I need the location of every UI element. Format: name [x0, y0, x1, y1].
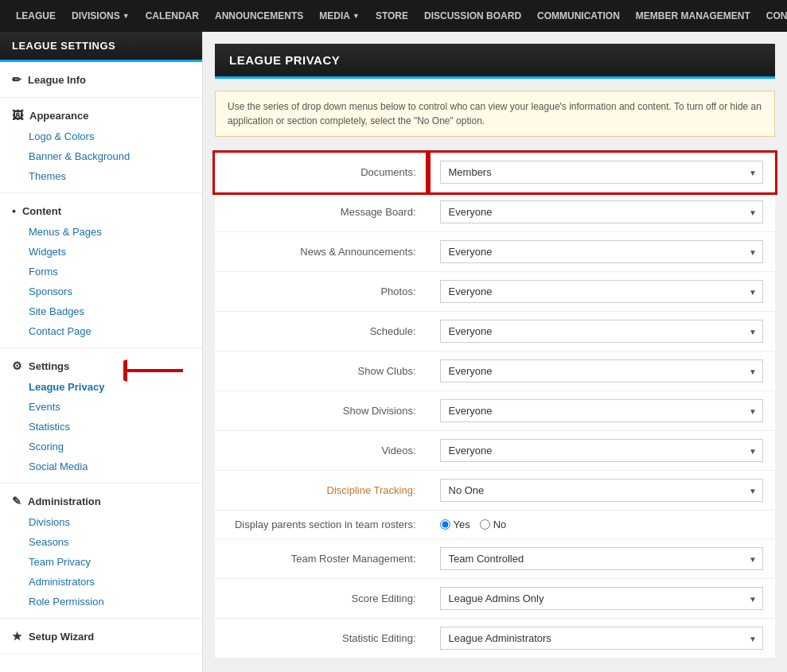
radio-label-yes[interactable]: Yes [440, 519, 470, 530]
sidebar-item-social-media[interactable]: Social Media [0, 456, 202, 476]
sidebar-section-setup: ★ Setup Wizard [0, 619, 202, 655]
input-news: Everyone Members League Admins Only No O… [428, 232, 775, 272]
sidebar-item-forms[interactable]: Forms [0, 262, 202, 282]
select-videos[interactable]: Everyone Members League Admins Only No O… [440, 439, 763, 462]
select-news[interactable]: Everyone Members League Admins Only No O… [440, 240, 763, 263]
nav-divisions[interactable]: DIVISIONS ▼ [64, 0, 138, 32]
radio-yes[interactable] [440, 519, 450, 530]
field-discipline: Discipline Tracking: Everyone Members Le… [215, 471, 775, 511]
admin-icon: ✎ [12, 495, 21, 507]
select-message-board[interactable]: Everyone Members League Admins Only No O… [440, 200, 763, 223]
input-photos: Everyone Members League Admins Only No O… [428, 272, 775, 312]
sidebar-title-setup[interactable]: ★ Setup Wizard [0, 625, 202, 647]
nav-contact[interactable]: CONTACT [758, 0, 787, 32]
sidebar-title-appearance[interactable]: 🖼 Appearance [0, 104, 202, 126]
select-wrapper-show-divisions: Everyone Members League Admins Only No O… [440, 399, 763, 422]
input-score-editing: Everyone Team Controlled League Admins O… [428, 579, 775, 619]
nav-league[interactable]: LEAGUE [8, 0, 64, 32]
select-schedule[interactable]: Everyone Members League Admins Only No O… [440, 320, 763, 343]
nav-member-mgmt[interactable]: MEMBER MANAGEMENT [628, 0, 758, 32]
sidebar-item-scoring[interactable]: Scoring [0, 437, 202, 456]
label-parents-section: Display parents section in team rosters: [215, 511, 428, 539]
sidebar-header: LEAGUE SETTINGS [0, 32, 202, 62]
sidebar-item-league-privacy[interactable]: League Privacy [0, 377, 202, 397]
sidebar-title-settings[interactable]: ⚙ Settings [0, 355, 202, 377]
label-score-editing: Score Editing: [215, 579, 428, 619]
field-team-roster-mgmt: Team Roster Management: Everyone Team Co… [215, 539, 775, 579]
field-photos: Photos: Everyone Members League Admins O… [215, 272, 775, 312]
select-score-editing[interactable]: Everyone Team Controlled League Admins O… [440, 587, 763, 610]
sidebar-item-widgets[interactable]: Widgets [0, 242, 202, 262]
nav-communication[interactable]: COMMUNICATION [529, 0, 628, 32]
nav-discussion[interactable]: DISCUSSION BOARD [416, 0, 529, 32]
select-wrapper-score-editing: Everyone Team Controlled League Admins O… [440, 587, 763, 610]
label-videos: Videos: [215, 431, 428, 471]
label-schedule: Schedule: [215, 312, 428, 352]
privacy-form-table: Documents: Everyone Members League Admin… [215, 153, 775, 658]
nav-announcements[interactable]: ANNOUNCEMENTS [207, 0, 311, 32]
input-show-divisions: Everyone Members League Admins Only No O… [428, 391, 775, 431]
sidebar-item-events[interactable]: Events [0, 397, 202, 417]
select-discipline[interactable]: Everyone Members League Admins Only No O… [440, 479, 763, 502]
sidebar-title-leagueinfo[interactable]: ✏ League Info [0, 68, 202, 91]
input-discipline: Everyone Members League Admins Only No O… [428, 471, 775, 511]
sidebar-item-site-badges[interactable]: Site Badges [0, 301, 202, 321]
sidebar-item-logo-colors[interactable]: Logo & Colors [0, 126, 202, 146]
input-schedule: Everyone Members League Admins Only No O… [428, 312, 775, 352]
sidebar-item-themes[interactable]: Themes [0, 166, 202, 186]
label-discipline: Discipline Tracking: [215, 471, 428, 511]
field-news: News & Announcements: Everyone Members L… [215, 232, 775, 272]
select-wrapper-discipline: Everyone Members League Admins Only No O… [440, 479, 763, 502]
nav-calendar[interactable]: CALENDAR [138, 0, 207, 32]
main-layout: LEAGUE SETTINGS ✏ League Info 🖼 Appearan… [0, 32, 787, 672]
sidebar-title-administration[interactable]: ✎ Administration [0, 490, 202, 512]
page-title: LEAGUE PRIVACY [215, 44, 775, 79]
content-icon: ▪ [12, 204, 16, 217]
input-videos: Everyone Members League Admins Only No O… [428, 431, 775, 471]
field-videos: Videos: Everyone Members League Admins O… [215, 431, 775, 471]
sidebar-section-appearance: 🖼 Appearance Logo & Colors Banner & Back… [0, 98, 202, 193]
select-documents[interactable]: Everyone Members League Admins Only No O… [440, 161, 763, 184]
field-message-board: Message Board: Everyone Members League A… [215, 192, 775, 232]
image-icon: 🖼 [12, 109, 23, 122]
select-show-clubs[interactable]: Everyone Members League Admins Only No O… [440, 359, 763, 383]
select-wrapper-team-roster: Everyone Team Controlled League Admins O… [440, 547, 763, 570]
radio-no[interactable] [480, 519, 490, 530]
sidebar-item-menus-pages[interactable]: Menus & Pages [0, 222, 202, 242]
sidebar-section-settings: ⚙ Settings League Privacy Events Statist… [0, 348, 202, 484]
field-documents: Documents: Everyone Members League Admin… [215, 153, 775, 192]
sidebar-item-divisions[interactable]: Divisions [0, 512, 202, 532]
select-statistic-editing[interactable]: Everyone Team Controlled League Administ… [440, 627, 763, 650]
sidebar-item-banner[interactable]: Banner & Background [0, 146, 202, 166]
radio-label-no[interactable]: No [480, 519, 507, 530]
label-show-divisions: Show Divisions: [215, 391, 428, 431]
field-schedule: Schedule: Everyone Members League Admins… [215, 312, 775, 352]
input-documents: Everyone Members League Admins Only No O… [428, 153, 775, 192]
sidebar-item-team-privacy[interactable]: Team Privacy [0, 552, 202, 572]
select-show-divisions[interactable]: Everyone Members League Admins Only No O… [440, 399, 763, 422]
label-show-clubs: Show Clubs: [215, 352, 428, 391]
sidebar-item-contact-page[interactable]: Contact Page [0, 321, 202, 341]
sidebar: LEAGUE SETTINGS ✏ League Info 🖼 Appearan… [0, 32, 203, 672]
field-score-editing: Score Editing: Everyone Team Controlled … [215, 579, 775, 619]
sidebar-item-seasons[interactable]: Seasons [0, 532, 202, 552]
select-photos[interactable]: Everyone Members League Admins Only No O… [440, 280, 763, 303]
sidebar-item-statistics[interactable]: Statistics [0, 417, 202, 437]
nav-store[interactable]: STORE [368, 0, 416, 32]
sidebar-item-administrators[interactable]: Administrators [0, 572, 202, 592]
select-wrapper-documents: Everyone Members League Admins Only No O… [440, 161, 763, 184]
sidebar-title-content[interactable]: ▪ Content [0, 200, 202, 222]
field-statistic-editing: Statistic Editing: Everyone Team Control… [215, 619, 775, 658]
top-navigation: LEAGUE DIVISIONS ▼ CALENDAR ANNOUNCEMENT… [0, 0, 787, 32]
select-team-roster[interactable]: Everyone Team Controlled League Admins O… [440, 547, 763, 570]
select-wrapper-statistic-editing: Everyone Team Controlled League Administ… [440, 627, 763, 650]
input-statistic-editing: Everyone Team Controlled League Administ… [428, 619, 775, 658]
sidebar-item-sponsors[interactable]: Sponsors [0, 282, 202, 301]
star-icon: ★ [12, 630, 22, 643]
select-wrapper-message-board: Everyone Members League Admins Only No O… [440, 200, 763, 223]
field-show-divisions: Show Divisions: Everyone Members League … [215, 391, 775, 431]
pencil-icon: ✏ [12, 73, 21, 86]
label-message-board: Message Board: [215, 192, 428, 232]
nav-media[interactable]: MEDIA ▼ [311, 0, 368, 32]
sidebar-item-role-permission[interactable]: Role Permission [0, 592, 202, 612]
